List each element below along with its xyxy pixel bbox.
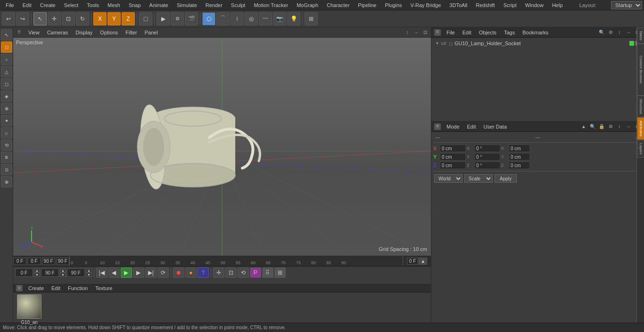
tl-prev-frame[interactable]: ◀ (108, 267, 120, 278)
vtab-structure[interactable]: Structure (637, 96, 644, 117)
tl-goto-start[interactable]: |◀ (96, 267, 107, 278)
fields-button[interactable]: ◎ (245, 12, 258, 25)
sidebar-rotate[interactable]: ⟲ (1, 139, 12, 151)
objects-menu-file[interactable]: File (445, 29, 457, 36)
objects-settings-icon[interactable]: ⚙ (607, 29, 614, 36)
material-menu-texture[interactable]: Texture (93, 284, 114, 292)
menu-render[interactable]: Render (202, 1, 226, 9)
tl-render-active[interactable]: ⊞ (274, 267, 286, 278)
z-axis-button[interactable]: Z (122, 12, 135, 25)
undo-button[interactable]: ↩ (2, 12, 15, 25)
attr-menu-mode[interactable]: Mode (445, 123, 462, 130)
vp-menu-display[interactable]: Display (74, 29, 94, 36)
vtab-layers[interactable]: Layers (637, 140, 644, 158)
cube-icon-button[interactable]: ⬡ (202, 12, 215, 25)
attr-lock-icon[interactable]: 🔒 (598, 123, 605, 130)
tl-preview[interactable]: ⠿ (262, 267, 273, 278)
render-to-picture-button[interactable]: 🎬 (185, 12, 198, 25)
objects-menu-bookmarks[interactable]: Bookmarks (520, 29, 550, 36)
objects-collapse-icon[interactable]: ↕ (616, 29, 623, 36)
attr-arrow-icon[interactable]: → (625, 123, 632, 130)
menu-help[interactable]: Help (548, 1, 567, 9)
menu-motion-tracker[interactable]: Motion Tracker (250, 1, 292, 9)
y-axis-button[interactable]: Y (107, 12, 121, 25)
coord-pos-y[interactable]: 0 cm (440, 153, 466, 161)
redo-button[interactable]: ↪ (16, 12, 29, 25)
timeline-start-field[interactable]: 0 F (13, 258, 26, 265)
tl-end-input[interactable]: 90 F (41, 268, 59, 277)
select-tool-button[interactable]: ↖ (33, 12, 47, 25)
timeline-field-1[interactable]: 0 F (27, 258, 41, 265)
menu-snap[interactable]: Snap (125, 1, 145, 9)
scale-tool-button[interactable]: ⊡ (62, 12, 75, 25)
tl-help[interactable]: ? (198, 267, 209, 278)
material-menu-create[interactable]: Create (26, 284, 46, 292)
coord-scl-y[interactable]: 0 cm (509, 153, 530, 161)
tl-keyframe[interactable]: ● (185, 267, 197, 278)
viewport-arrow-icon[interactable]: → (413, 29, 420, 36)
tl-step-up[interactable]: ▲ (34, 268, 40, 273)
sidebar-transform[interactable]: ⊙ (1, 164, 12, 175)
menu-edit[interactable]: Edit (19, 1, 35, 9)
attr-collapse-icon[interactable]: ↕ (616, 123, 623, 130)
menu-create[interactable]: Create (36, 1, 59, 9)
light-button[interactable]: 💡 (287, 12, 300, 25)
render-viewport-button[interactable]: ▶ (157, 12, 170, 25)
coord-pos-x[interactable]: 0 cm (440, 145, 466, 152)
array-button[interactable]: ⁞ (231, 12, 244, 25)
sidebar-live-select[interactable]: ⊡ (1, 41, 12, 53)
coord-rot-y[interactable]: 0 ° (474, 153, 500, 161)
attr-settings-icon[interactable]: ⚙ (607, 123, 614, 130)
timeline-field-2[interactable]: 90 F (42, 258, 55, 265)
menu-simulate[interactable]: Simulate (173, 1, 201, 9)
deform-button[interactable]: 〰 (259, 12, 272, 25)
spline-button[interactable]: ⌒ (216, 12, 230, 25)
menu-redshift[interactable]: Redshift (472, 1, 498, 9)
sidebar-rect-select[interactable]: ○ (1, 54, 12, 65)
vtab-content-browser[interactable]: Content Browser (637, 44, 644, 96)
menu-animate[interactable]: Animate (146, 1, 172, 9)
tl-auto-key[interactable]: ⟲ (238, 267, 249, 278)
x-axis-button[interactable]: X (93, 12, 107, 25)
tl-step-down[interactable]: ▼ (34, 273, 40, 277)
sidebar-fill-select[interactable]: ⊗ (1, 103, 12, 114)
objects-menu-objects[interactable]: Objects (477, 29, 498, 36)
menu-window[interactable]: Window (521, 1, 547, 9)
objects-menu-tags[interactable]: Tags (502, 29, 517, 36)
tl-end-step-up[interactable]: ▲ (60, 268, 66, 273)
menu-sculpt[interactable]: Sculpt (227, 1, 249, 9)
tl-goto-end[interactable]: ▶| (145, 267, 157, 278)
vp-menu-panel[interactable]: Panel (143, 29, 160, 36)
world-select[interactable]: World Object (434, 174, 462, 183)
sidebar-select[interactable]: ↖ (1, 29, 12, 40)
layout-select[interactable]: Startup (611, 1, 642, 9)
sidebar-loop-select[interactable]: ◻ (1, 78, 12, 89)
menu-3dtoall[interactable]: 3DToAll (446, 1, 471, 9)
vtab-attributes[interactable]: Attributes (637, 117, 644, 140)
apply-button[interactable]: Apply (495, 174, 517, 183)
material-menu-edit[interactable]: Edit (50, 284, 62, 292)
sidebar-scale[interactable]: S (1, 152, 12, 163)
vp-menu-view[interactable]: View (26, 29, 41, 36)
material-menu-function[interactable]: Function (66, 284, 90, 292)
viewport-maximize-icon[interactable]: ⊡ (421, 29, 429, 36)
tl-next-frame[interactable]: ▶ (133, 267, 144, 278)
object-visible-dot[interactable] (629, 41, 634, 46)
frame-arrow-up[interactable]: ▲ (419, 258, 427, 265)
coord-rot-x[interactable]: 0 ° (474, 145, 500, 152)
attr-icon-1[interactable]: ▲ (580, 123, 587, 130)
scale-select[interactable]: Scale (464, 174, 493, 183)
tl-move-key[interactable]: ✛ (213, 267, 224, 278)
material-item[interactable]: G10_an (17, 294, 41, 325)
menu-plugins[interactable]: Plugins (381, 1, 405, 9)
objects-arrow-icon[interactable]: → (625, 29, 632, 36)
menu-tools[interactable]: Tools (83, 1, 103, 9)
timeline-field-3[interactable]: 90 F (56, 258, 69, 265)
menu-vray[interactable]: V-Ray Bridge (407, 1, 445, 9)
tl-total-step-down[interactable]: ▼ (86, 273, 92, 277)
objects-menu-edit[interactable]: Edit (461, 29, 473, 36)
coord-pos-z[interactable]: 0 cm (440, 162, 466, 169)
menu-pipeline[interactable]: Pipeline (354, 1, 380, 9)
sidebar-paint-select[interactable]: ✦ (1, 115, 12, 126)
attr-menu-user-data[interactable]: User Data (482, 123, 509, 130)
